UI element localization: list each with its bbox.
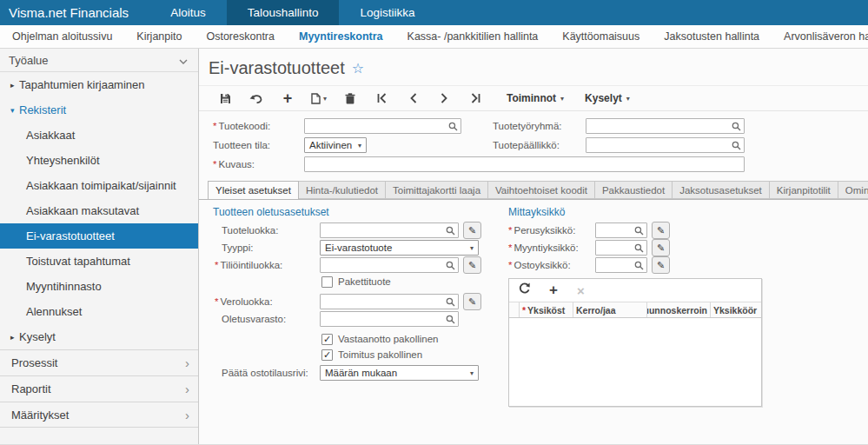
tab-kirjanpitotilit[interactable]: Kirjanpitotilit [770,181,838,199]
undo-button[interactable] [241,86,272,110]
nav-ohjelman-aloitussivu[interactable]: Ohjelman aloitussivu [0,30,124,43]
nav-kassa-pankkitilien-hallinta[interactable]: Kassa- /pankkitilien hallinta [395,30,551,43]
search-icon[interactable] [448,122,458,131]
tab-vaihtoehtoiset-koodit[interactable]: Vaihtoehtoiset koodit [488,181,595,199]
nav-myyntireskontra[interactable]: Myyntireskontra [287,30,395,43]
queries-menu-button[interactable]: Kyselyt ▾ [574,86,640,110]
search-icon[interactable] [732,141,741,150]
next-record-button[interactable] [428,86,460,110]
tab-ominaisuudet[interactable]: Ominaisuudet [838,181,868,199]
nav-ostoreskontra[interactable]: Ostoreskontra [194,30,287,43]
module-logistiikka[interactable]: Logistiikka [339,0,435,25]
sidebar-item-rekisterit[interactable]: ▾ Rekisterit [0,97,198,123]
sidebar-item-kyselyt[interactable]: ▸ Kyselyt [0,324,198,349]
myyntiyksikko-field [595,240,647,256]
sidebar-item-tapahtumien-kirjaaminen[interactable]: ▸ Tapahtumien kirjaaminen [0,72,198,97]
search-icon[interactable] [446,261,455,270]
pencil-edit-icon[interactable]: ✎ [463,293,481,310]
favorite-star-icon[interactable]: ☆ [352,60,364,76]
copy-paste-button[interactable]: ▾ [303,86,335,110]
column-header[interactable]: *Yksiköst [520,302,573,317]
uom-conversion-table: + × *Yksiköst Kerro/jaa Muunnoskerroin Y… [508,278,762,407]
tab-pakkaustiedot[interactable]: Pakkaustiedot [595,181,673,199]
perusyksikko-input[interactable] [596,224,634,236]
sidebar-item-asiakkaan-toimipaikat[interactable]: Asiakkaan toimipaikat/sijainnit [0,173,198,198]
workspace-selector[interactable]: Työalue [0,49,198,72]
toimitus-pakollinen-checkbox[interactable]: ✓ [321,349,333,361]
tuotetyoryhma-input[interactable] [586,120,732,132]
vastaanotto-pakollinen-checkbox[interactable]: ✓ [321,334,333,345]
column-header[interactable]: Kerro/jaa [573,302,647,317]
kuvaus-input[interactable] [305,158,744,170]
column-header[interactable]: Muunnoskerroin [647,302,711,317]
sidebar-item-ei-varastotuotteet[interactable]: Ei-varastotuotteet [0,223,198,249]
myyntiyksikko-input[interactable] [596,242,634,254]
column-header[interactable]: Yksikköör [711,302,761,317]
search-icon[interactable] [446,297,455,307]
field-label: *Tuotekoodi: [199,121,304,131]
nav-jaksotusten-hallinta[interactable]: Jaksotusten hallinta [652,30,772,43]
search-icon[interactable] [634,261,644,270]
add-row-icon[interactable]: + [549,282,558,299]
sidebar-item-yhteyshenkilot[interactable]: Yhteyshenkilöt [0,148,198,173]
search-icon[interactable] [446,226,455,236]
veroluokka-input[interactable] [321,296,446,308]
pencil-edit-icon[interactable]: ✎ [652,239,670,256]
search-icon[interactable] [634,243,644,253]
tuoteluokka-input[interactable] [321,224,446,236]
sidebar-item-asiakkaat[interactable]: Asiakkaat [0,123,198,148]
uom-table-header: *Yksiköst Kerro/jaa Muunnoskerroin Yksik… [509,302,761,318]
tab-content: Tuotteen oletusasetukset Tuoteluokka: ✎ [199,200,868,407]
queries-menu-label: Kyselyt [585,92,622,104]
nav-arvonlisaveron-hallinta[interactable]: Arvonlisäveron hallinta [772,30,868,43]
triangle-down-icon: ▾ [10,106,19,115]
pencil-edit-icon[interactable]: ✎ [463,222,481,239]
sidebar-item-myyntihinnasto[interactable]: Myyntihinnasto [0,274,198,299]
sidebar-section-prosessit[interactable]: Prosessit › [0,349,198,375]
ostoyksikko-input[interactable] [596,259,634,271]
sidebar-section-raportit[interactable]: Raportit › [0,375,198,402]
search-icon[interactable] [446,315,455,324]
delete-row-icon[interactable]: × [577,283,585,298]
tiliointiluokka-input[interactable] [321,259,446,271]
tab-strip: Yleiset asetukset Hinta-/kulutiedot Toim… [199,181,868,200]
field-label: *Myyntiyksikkö: [508,242,595,253]
required-asterisk: * [508,242,512,253]
save-button[interactable] [209,86,241,110]
sidebar-item-toistuvat-tapahtumat[interactable]: Toistuvat tapahtumat [0,249,198,274]
actions-menu-button[interactable]: Toiminnot ▾ [496,86,574,110]
paata-ostotilausrivi-select[interactable]: Määrän mukaan ▾ [320,365,479,381]
nav-kayttoomaisuus[interactable]: Käyttöomaisuus [550,30,652,43]
sidebar-section-maaritykset[interactable]: Määritykset › [0,402,198,428]
tab-yleiset-asetukset[interactable]: Yleiset asetukset [208,181,299,200]
pakettituote-checkbox[interactable] [321,276,333,288]
last-record-button[interactable] [460,86,491,110]
sidebar-item-asiakkaan-maksutavat[interactable]: Asiakkaan maksutavat [0,198,198,223]
oletusvarasto-input[interactable] [321,313,446,325]
nav-kirjanpito[interactable]: Kirjanpito [124,30,194,43]
tuotepaallikko-input[interactable] [586,139,732,151]
delete-button[interactable] [335,86,366,110]
tuotekoodi-input[interactable] [305,120,448,132]
previous-record-button[interactable] [397,86,428,110]
tab-hinta-kulutiedot[interactable]: Hinta-/kulutiedot [299,181,386,199]
sidebar-item-label: Tapahtumien kirjaaminen [19,78,145,91]
pencil-edit-icon[interactable]: ✎ [463,256,481,274]
module-taloushallinto[interactable]: Taloushallinto [227,0,340,25]
tuotteen-tila-select[interactable]: Aktiivinen ▾ [304,137,367,153]
sidebar-item-alennukset[interactable]: Alennukset [0,299,198,324]
tab-toimittajakortti-laaja[interactable]: Toimittajakortti laaja [386,181,488,199]
module-aloitus[interactable]: Aloitus [149,0,227,25]
tyyppi-select[interactable]: Ei-varastotuote ▾ [320,240,479,256]
add-button[interactable]: + [272,86,303,110]
checkbox-label: Toimitus pakollinen [338,349,422,360]
refresh-icon[interactable] [518,282,530,298]
first-record-button[interactable] [366,86,397,110]
pencil-edit-icon[interactable]: ✎ [652,222,670,239]
pencil-edit-icon[interactable]: ✎ [652,256,670,274]
search-icon[interactable] [634,226,644,236]
chevron-down-icon [179,54,188,67]
search-icon[interactable] [732,122,741,131]
checkbox-label: Vastaanotto pakollinen [338,334,439,344]
tab-jaksotusasetukset[interactable]: Jaksotusasetukset [673,181,770,199]
